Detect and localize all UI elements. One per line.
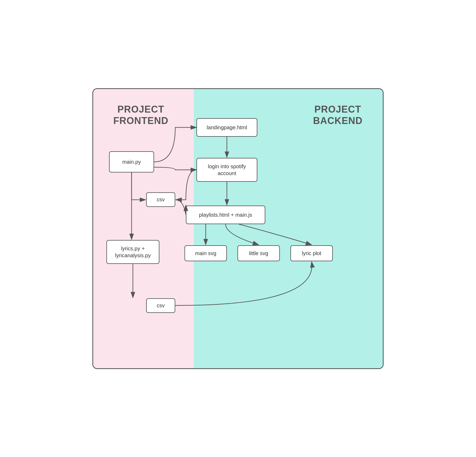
node-landingpage: landingpage.html (196, 118, 257, 137)
diagram-wrapper: PROJECT FRONTEND PROJECT BACKEND landing… (92, 88, 384, 369)
frontend-background (93, 89, 194, 368)
node-playlists: playlists.html + main.js (186, 206, 265, 224)
node-login: login into spotify account (196, 158, 257, 182)
node-main-svg: main svg (185, 245, 227, 261)
node-csv2: csv (146, 298, 175, 313)
node-lyrics-py: lyrics.py + lyricanalysis.py (106, 240, 159, 264)
frontend-title: PROJECT FRONTEND (104, 104, 178, 126)
backend-title: PROJECT BACKEND (303, 104, 372, 126)
node-little-svg: little svg (237, 245, 280, 261)
node-main-py: main.py (109, 151, 154, 172)
node-lyric-plot: lyric plot (290, 245, 333, 261)
node-csv1: csv (146, 192, 175, 207)
